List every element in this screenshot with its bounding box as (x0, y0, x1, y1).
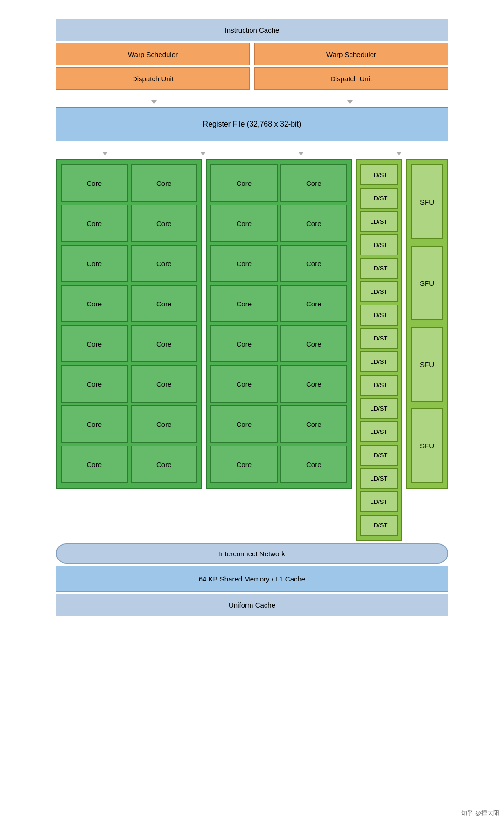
arrow-2 (347, 93, 353, 104)
dispatch-unit-2-label: Dispatch Unit (330, 75, 372, 83)
core-2-4: Core (280, 205, 348, 242)
ldst-6: LD/ST (360, 281, 398, 302)
core-1-4: Core (131, 205, 198, 242)
core-1-13: Core (61, 405, 128, 443)
ldst-9: LD/ST (360, 351, 398, 372)
warp-scheduler-1: Warp Scheduler (56, 43, 250, 65)
arrows-to-register (56, 92, 448, 106)
ldst-15: LD/ST (360, 491, 398, 512)
dispatch-unit-row: Dispatch Unit Dispatch Unit (56, 67, 448, 90)
core-row-1-6: Core Core (61, 365, 197, 403)
core-row-1-5: Core Core (61, 325, 197, 362)
ldst-group: LD/ST LD/ST LD/ST LD/ST LD/ST LD/ST LD/S… (356, 159, 402, 541)
core-group-1: Core Core Core Core Core Core Core Core … (56, 159, 202, 489)
ldst-10: LD/ST (360, 375, 398, 396)
core-row-2-5: Core Core (210, 325, 347, 362)
core-2-10: Core (280, 325, 348, 362)
core-2-6: Core (280, 245, 348, 282)
core-row-1-7: Core Core (61, 405, 197, 443)
dispatch-unit-2: Dispatch Unit (254, 67, 448, 90)
ldst-13: LD/ST (360, 445, 398, 466)
core-1-16: Core (131, 446, 198, 483)
ldst-11: LD/ST (360, 398, 398, 419)
ldst-12: LD/ST (360, 421, 398, 442)
core-1-9: Core (61, 325, 128, 362)
core-1-8: Core (131, 285, 198, 322)
instruction-cache: Instruction Cache (56, 19, 448, 41)
core-row-1-4: Core Core (61, 285, 197, 322)
core-row-2-1: Core Core (210, 164, 347, 202)
core-2-2: Core (280, 164, 348, 202)
core-row-2-3: Core Core (210, 245, 347, 282)
register-file: Register File (32,768 x 32-bit) (56, 107, 448, 141)
main-area: Core Core Core Core Core Core Core Core … (56, 159, 448, 541)
watermark: 知乎 @捏太阳 (461, 809, 499, 817)
sfu-group: SFU SFU SFU SFU (406, 159, 448, 489)
core-1-3: Core (61, 205, 128, 242)
core-2-12: Core (280, 365, 348, 403)
core-row-2-4: Core Core (210, 285, 347, 322)
ldst-16: LD/ST (360, 515, 398, 536)
register-file-label: Register File (32,768 x 32-bit) (203, 120, 301, 128)
core-2-5: Core (210, 245, 278, 282)
core-2-3: Core (210, 205, 278, 242)
diagram-container: Instruction Cache Warp Scheduler Warp Sc… (51, 9, 453, 625)
uniform-cache: Uniform Cache (56, 594, 448, 616)
shared-memory-label: 64 KB Shared Memory / L1 Cache (199, 575, 305, 583)
ldst-14: LD/ST (360, 468, 398, 489)
sfu-1: SFU (411, 164, 443, 239)
arrow-1 (151, 93, 157, 104)
core-1-14: Core (131, 405, 198, 443)
interconnect-network: Interconnect Network (56, 543, 448, 564)
core-group-2: Core Core Core Core Core Core Core Core … (206, 159, 352, 489)
core-1-7: Core (61, 285, 128, 322)
warp-scheduler-1-label: Warp Scheduler (128, 50, 178, 58)
warp-scheduler-2: Warp Scheduler (254, 43, 448, 65)
ldst-3: LD/ST (360, 211, 398, 232)
uniform-cache-label: Uniform Cache (229, 601, 275, 609)
dispatch-unit-1-label: Dispatch Unit (132, 75, 174, 83)
core-2-9: Core (210, 325, 278, 362)
ldst-8: LD/ST (360, 328, 398, 349)
arrows-to-sections (56, 143, 448, 157)
core-1-15: Core (61, 446, 128, 483)
core-2-16: Core (280, 446, 348, 483)
ldst-2: LD/ST (360, 188, 398, 209)
core-2-8: Core (280, 285, 348, 322)
core-2-7: Core (210, 285, 278, 322)
shared-memory: 64 KB Shared Memory / L1 Cache (56, 566, 448, 592)
core-row-2-2: Core Core (210, 205, 347, 242)
arrow-sec-4 (396, 145, 402, 156)
core-row-2-7: Core Core (210, 405, 347, 443)
core-row-2-8: Core Core (210, 446, 347, 483)
core-2-11: Core (210, 365, 278, 403)
core-row-1-3: Core Core (61, 245, 197, 282)
core-row-1-8: Core Core (61, 446, 197, 483)
sfu-3: SFU (411, 327, 443, 402)
core-1-6: Core (131, 245, 198, 282)
core-2-15: Core (210, 446, 278, 483)
sfu-2: SFU (411, 246, 443, 320)
sfu-4: SFU (411, 408, 443, 483)
warp-scheduler-2-label: Warp Scheduler (326, 50, 376, 58)
core-1-12: Core (131, 365, 198, 403)
instruction-cache-label: Instruction Cache (225, 26, 280, 34)
arrow-sec-2 (200, 145, 206, 156)
core-1-5: Core (61, 245, 128, 282)
ldst-5: LD/ST (360, 258, 398, 279)
ldst-7: LD/ST (360, 305, 398, 326)
core-row-1-2: Core Core (61, 205, 197, 242)
core-1-11: Core (61, 365, 128, 403)
interconnect-label: Interconnect Network (219, 550, 285, 558)
core-1-2: Core (131, 164, 198, 202)
dispatch-unit-1: Dispatch Unit (56, 67, 250, 90)
warp-scheduler-row: Warp Scheduler Warp Scheduler (56, 43, 448, 65)
core-row-1-1: Core Core (61, 164, 197, 202)
core-2-13: Core (210, 405, 278, 443)
core-row-2-6: Core Core (210, 365, 347, 403)
core-1-1: Core (61, 164, 128, 202)
core-2-14: Core (280, 405, 348, 443)
ldst-1: LD/ST (360, 164, 398, 185)
ldst-4: LD/ST (360, 234, 398, 255)
core-2-1: Core (210, 164, 278, 202)
